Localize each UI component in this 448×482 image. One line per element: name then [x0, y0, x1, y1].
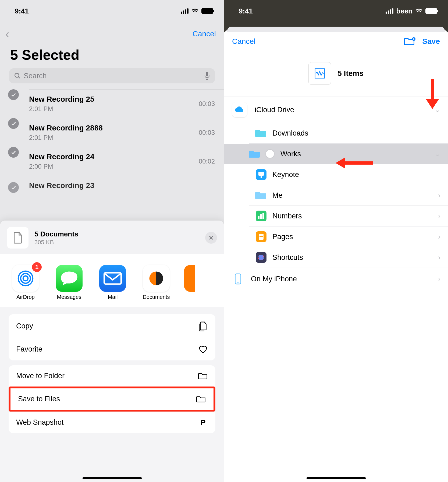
share-app-documents[interactable]: Documents — [140, 265, 172, 300]
keynote-icon — [255, 170, 267, 179]
p-icon: P — [198, 418, 208, 427]
files-sheet: Cancel Save 5 Items iCloud Drive ⌄ — [224, 30, 448, 482]
recording-row[interactable]: New Recording 23 — [0, 176, 224, 192]
action-save-to-files[interactable]: Save to Files — [9, 387, 215, 412]
icloud-icon — [232, 102, 247, 117]
recording-row[interactable]: New Recording 25 2:01 PM 00:03 — [0, 89, 224, 118]
close-share-button[interactable] — [205, 232, 217, 244]
share-sheet-header: 5 Documents 305 KB — [0, 221, 224, 254]
document-thumb-icon — [7, 227, 29, 249]
share-subtitle: 305 KB — [34, 239, 78, 246]
folder-label: Shortcuts — [272, 253, 303, 262]
share-title: 5 Documents — [34, 230, 78, 238]
chevron-right-icon: › — [438, 191, 440, 200]
share-actions-group1: Copy Favorite — [9, 314, 215, 360]
selected-checkmark-icon[interactable] — [8, 89, 19, 100]
cellular-icon — [386, 8, 393, 14]
svg-rect-12 — [431, 79, 434, 100]
folder-pages[interactable]: Pages › — [249, 226, 448, 247]
files-nav-bar: Cancel Save — [224, 30, 448, 46]
chevron-right-icon: › — [438, 212, 440, 220]
svg-point-0 — [15, 73, 19, 77]
share-app-messages[interactable]: Messages — [53, 265, 85, 300]
save-button[interactable]: Save — [422, 37, 440, 46]
svg-rect-23 — [262, 213, 264, 219]
action-label: Move to Folder — [16, 372, 65, 380]
loading-spinner-icon — [266, 150, 274, 158]
app-label: Documents — [143, 294, 170, 300]
location-icloud-drive[interactable]: iCloud Drive ⌄ — [224, 97, 448, 123]
action-label: Web Snapshot — [16, 418, 64, 427]
recording-duration: 00:03 — [199, 100, 215, 108]
annotation-arrow-down-icon — [425, 79, 440, 109]
nav-bar: ‹ Cancel — [0, 19, 224, 40]
chevron-down-icon: ⌄ — [435, 150, 440, 158]
home-indicator[interactable] — [307, 477, 366, 479]
folder-label: Numbers — [272, 212, 302, 220]
airdrop-badge: 1 — [32, 262, 42, 272]
svg-rect-30 — [258, 255, 264, 260]
action-label: Save to Files — [18, 395, 60, 403]
chevron-right-icon: › — [438, 275, 440, 283]
page-title: 5 Selected — [0, 40, 224, 68]
share-apps-row[interactable]: 1 AirDrop Messages Mail Docume — [0, 254, 224, 307]
share-app-airdrop[interactable]: 1 AirDrop — [10, 265, 41, 300]
status-indicators — [181, 8, 213, 14]
recording-title: New Recording 25 — [29, 95, 94, 104]
folder-me[interactable]: Me › — [249, 185, 448, 206]
airdrop-icon: 1 — [12, 265, 39, 292]
back-chevron-icon[interactable]: ‹ — [5, 28, 9, 40]
folder-downloads[interactable]: Downloads — [249, 123, 448, 144]
shortcuts-icon — [255, 253, 267, 262]
folder-icon — [249, 149, 261, 159]
location-browser: iCloud Drive ⌄ Downloads Works ⌄ Keynote — [224, 97, 448, 290]
recording-row[interactable]: New Recording 24 2:00 PM 00:02 — [0, 147, 224, 176]
copy-icon — [198, 321, 208, 332]
svg-rect-16 — [345, 161, 373, 165]
share-actions-group2: Move to Folder Save to Files Web Snapsho… — [9, 365, 215, 433]
heart-icon — [198, 345, 208, 354]
location-on-my-iphone[interactable]: On My iPhone › — [224, 268, 448, 290]
folder-shortcuts[interactable]: Shortcuts › — [249, 247, 448, 268]
recordings-list: New Recording 25 2:01 PM 00:03 New Recor… — [0, 89, 224, 192]
cancel-button[interactable]: Cancel — [232, 37, 255, 46]
chevron-right-icon: › — [438, 253, 440, 262]
folder-label: Downloads — [272, 129, 308, 137]
selected-checkmark-icon[interactable] — [8, 147, 19, 158]
status-bar: 9:41 been — [224, 0, 448, 19]
selected-checkmark-icon[interactable] — [8, 182, 19, 193]
cellular-icon — [181, 8, 189, 14]
folder-save-icon — [196, 395, 206, 403]
status-time: 9:41 — [239, 7, 253, 15]
action-move-to-folder[interactable]: Move to Folder — [9, 365, 215, 387]
svg-marker-15 — [336, 157, 345, 169]
share-app-mail[interactable]: Mail — [97, 265, 129, 300]
recording-duration: 00:03 — [199, 129, 215, 136]
cancel-button[interactable]: Cancel — [193, 30, 216, 38]
app-label: AirDrop — [16, 294, 35, 300]
folder-numbers[interactable]: Numbers › — [249, 206, 448, 226]
search-input[interactable]: Search — [9, 68, 215, 83]
recording-duration: 00:02 — [199, 158, 215, 165]
action-label: Favorite — [16, 345, 42, 353]
home-indicator[interactable] — [83, 477, 142, 479]
chevron-right-icon: › — [438, 233, 440, 241]
share-sheet: 5 Documents 305 KB 1 AirDrop Messages — [0, 221, 224, 482]
action-copy[interactable]: Copy — [9, 314, 215, 338]
share-app-more[interactable] — [184, 265, 195, 300]
mic-icon[interactable] — [204, 72, 210, 80]
selected-checkmark-icon[interactable] — [8, 118, 19, 129]
recording-time: 2:01 PM — [29, 105, 94, 113]
status-indicators: been — [386, 7, 437, 15]
recording-row[interactable]: New Recording 2888 2:01 PM 00:03 — [0, 118, 224, 147]
folder-icon — [255, 190, 267, 200]
wifi-icon — [415, 8, 423, 14]
battery-icon — [425, 8, 437, 14]
action-web-snapshot[interactable]: Web Snapshot P — [9, 412, 215, 433]
folder-label: Works — [280, 150, 301, 158]
folder-label: Pages — [272, 233, 293, 241]
numbers-icon — [255, 211, 267, 221]
pages-icon — [255, 232, 267, 242]
action-favorite[interactable]: Favorite — [9, 338, 215, 360]
new-folder-icon[interactable] — [404, 37, 415, 46]
